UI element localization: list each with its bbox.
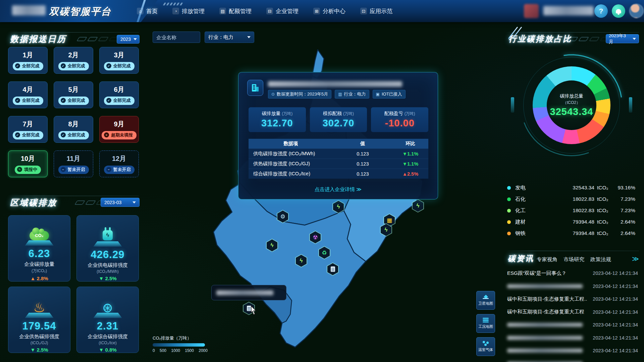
table-cell-delta: ▼1.1%	[392, 151, 428, 157]
news-item[interactable]: 碳中和五期项目-生态修复重大工程2023-04-12 14:21:34	[507, 306, 638, 319]
industry-title: 行业碳排放占比	[508, 34, 572, 44]
news-item[interactable]: 2023-04-12 14:21:34	[507, 357, 638, 362]
month-card-11月[interactable]: 11月−暂未开启	[54, 150, 93, 177]
month-label: 6月	[114, 85, 124, 94]
popup-stat-配额盈亏: 配额盈亏 (万吨)-10.00	[371, 107, 428, 132]
doc-icon	[327, 263, 338, 275]
satellite-icon	[483, 295, 489, 299]
month-card-9月[interactable]: 9月×超期未填报	[99, 116, 139, 143]
news-item[interactable]: 2023-04-12 14:21:34	[507, 344, 638, 357]
month-status-text: 全部完成	[68, 98, 85, 104]
month-card-10月[interactable]: 10月✎填报中	[8, 150, 48, 177]
metric-delta: ▼ 0.8%	[99, 347, 116, 353]
region-title: 区域碳排放	[10, 197, 57, 208]
industry-legend: 发电32543.34tCO₂93.16%石化18022.83tCO₂7.23%化…	[507, 182, 635, 239]
legend-name: 钢铁	[515, 230, 539, 237]
month-card-7月[interactable]: 7月✔全部完成	[8, 116, 48, 143]
radiation-icon: ☢	[310, 231, 321, 243]
news-list: ESG跟“双碳”是一回事么？2023-04-12 14:21:342023-04…	[507, 267, 638, 362]
news-item[interactable]: 2023-04-12 14:21:34	[507, 280, 638, 293]
nav-item-label: 应用示范	[370, 7, 392, 15]
table-cell-name: 综合碳排放强度 (tCO₂/tce)	[249, 171, 333, 177]
table-cell-delta: ▼1.1%	[392, 161, 428, 167]
legend-dot	[507, 209, 511, 213]
region-divider	[8, 196, 139, 196]
month-status-badge: ✔全部完成	[13, 62, 43, 70]
map-layer-controls: 卫星地图工况地图温室气体	[476, 291, 495, 356]
region-metric-card[interactable]: ⊛2.31企业综合碳排强度(tCO₂/tce)▼ 0.8%	[76, 287, 139, 353]
nav-item-排放管理[interactable]: ◔排放管理	[172, 7, 205, 15]
month-card-4月[interactable]: 4月✔全部完成	[8, 81, 48, 108]
calendar-year-value: 2023	[120, 37, 131, 42]
news-item-time: 2023-04-12 14:21:34	[593, 270, 638, 276]
month-card-12月[interactable]: 12月−暂未开启	[99, 150, 139, 177]
region-period-select[interactable]: 2023-03	[101, 198, 140, 207]
news-more-button[interactable]: ≫	[632, 255, 639, 263]
popup-stat-label: 模拟配额 (万吨)	[323, 111, 354, 117]
minus-icon: −	[61, 167, 66, 172]
metric-unit: (tCO₂/GJ)	[31, 341, 48, 345]
month-card-2月[interactable]: 2月✔全部完成	[54, 47, 93, 74]
mouse-cursor	[251, 306, 258, 316]
company-name-blurred	[268, 81, 402, 87]
legend-dot	[507, 186, 511, 190]
news-tab-市场研究[interactable]: 市场研究	[564, 256, 584, 263]
news-item[interactable]: ESG跟“双碳”是一回事么？2023-04-12 14:21:34	[507, 267, 638, 280]
region-card-grid: CO₂6.23企业碳排放量(万tCO₂)▲ 2.8%ϟ426.29企业供电碳排强…	[8, 215, 139, 353]
calendar-year-select[interactable]: 2023	[117, 35, 140, 44]
table-cell-name: 供热碳排放强度 (tCO₂/GJ)	[249, 161, 333, 167]
nav-item-企业管理[interactable]: ⊟企业管理	[266, 7, 299, 15]
month-card-6月[interactable]: 6月✔全部完成	[99, 81, 139, 108]
table-row: 供热碳排放强度 (tCO₂/GJ)0.123▼1.1%	[249, 159, 428, 169]
metric-label: 企业供电碳排强度	[88, 262, 128, 268]
enterprise-detail-link[interactable]: 点击进入企业详情 ≫	[238, 186, 438, 193]
month-card-3月[interactable]: 3月✔全部完成	[99, 47, 139, 74]
help-button[interactable]: ?	[594, 4, 608, 18]
org-name-blurred	[543, 6, 594, 15]
month-card-8月[interactable]: 8月✔全部完成	[54, 116, 93, 143]
news-item[interactable]: 2023-04-12 14:21:34	[507, 318, 638, 331]
nav-item-应用示范[interactable]: ⊡应用示范	[360, 7, 392, 15]
news-item-time: 2023-04-12 14:21:34	[593, 335, 638, 341]
clock-icon: ⊙	[271, 92, 275, 97]
news-item[interactable]: 碳中和五期项目-生态修复重大工程...2023-04-12 14:21:34	[507, 293, 638, 306]
month-status-badge: ✔全部完成	[104, 97, 135, 105]
month-status-text: 全部完成	[22, 98, 40, 104]
nav-item-分析中心[interactable]: ⊞分析中心	[313, 7, 345, 15]
map-control-温室气体[interactable]: 温室气体	[476, 337, 495, 356]
month-status-text: 暂未开启	[68, 167, 85, 173]
map-control-卫星地图[interactable]: 卫星地图	[476, 291, 495, 310]
nav-item-配额管理[interactable]: ▤配额管理	[219, 7, 252, 15]
industry-legend-row: 建材79394.48tCO₂2.64%	[507, 216, 635, 228]
nav-item-label: 排放管理	[182, 7, 205, 15]
legend-name: 建材	[515, 219, 539, 226]
legend-name: 发电	[515, 184, 539, 191]
map-control-工况地图[interactable]: 工况地图	[476, 314, 495, 333]
region-metric-card[interactable]: CO₂6.23企业碳排放量(万tCO₂)▲ 2.8%	[8, 215, 70, 282]
gauge-icon: ◔	[172, 8, 179, 14]
month-status-text: 超期未填报	[111, 132, 133, 138]
company-search-input[interactable]	[153, 32, 200, 43]
avatar[interactable]	[629, 4, 644, 18]
industry-filter-select[interactable]: 行业：电力	[205, 32, 254, 43]
month-label: 5月	[68, 85, 78, 94]
lightning-icon: ϟ	[296, 255, 307, 267]
region-metric-card[interactable]: ϟ426.29企业供电碳排强度(tCO₂/MWh)▼ 2.5%	[76, 215, 139, 282]
nav-item-首页[interactable]: ⌂首页	[137, 7, 158, 15]
industry-period-select[interactable]: 2023年3月	[606, 34, 639, 43]
company-tags: ⊙数据更新时间：2023年5月▥行业：电力▣IOT已接入	[268, 90, 406, 99]
popup-stat-模拟配额: 模拟配额 (万吨)302.70	[310, 107, 367, 132]
nav-item-label: 企业管理	[276, 7, 299, 15]
check-icon: ✔	[61, 132, 66, 137]
news-tab-政策法规[interactable]: 政策法规	[590, 256, 611, 263]
legend-name: 化工	[515, 207, 539, 214]
month-card-5月[interactable]: 5月✔全部完成	[54, 81, 93, 108]
news-tab-专家视角[interactable]: 专家视角	[537, 256, 557, 263]
month-card-1月[interactable]: 1月✔全部完成	[8, 47, 48, 74]
region-metric-card[interactable]: ♨179.54企业供热碳排强度(tCO₂/GJ)▼ 2.5%	[8, 287, 70, 353]
news-item[interactable]: 2023-04-12 14:21:34	[507, 331, 638, 345]
map-scale-legend: CO₂排放量（万吨） 0500100015002000	[153, 335, 210, 353]
notifications-button[interactable]	[612, 4, 625, 18]
edit-icon: ✎	[17, 167, 22, 172]
news-item-time: 2023-04-12 14:21:34	[593, 322, 638, 327]
